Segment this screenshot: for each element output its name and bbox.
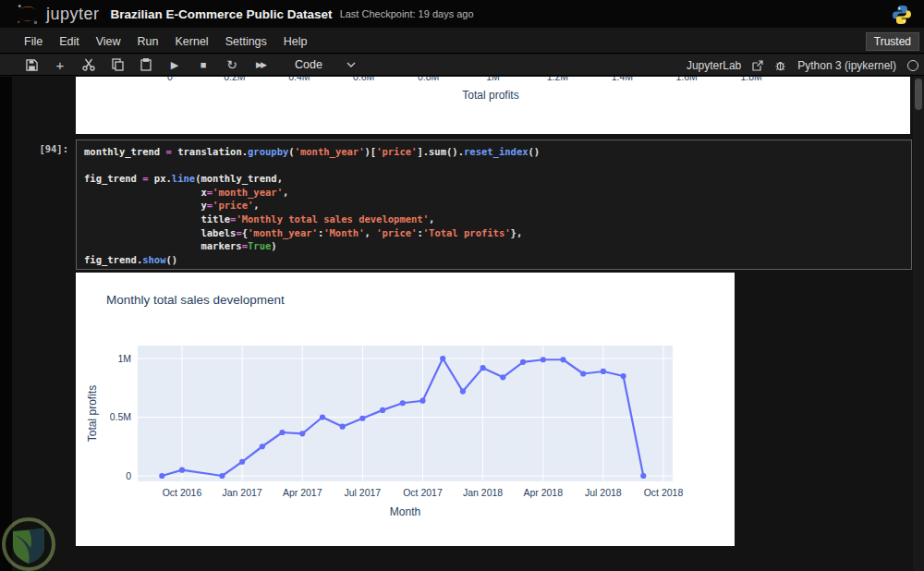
code-line: x='month_year', bbox=[84, 186, 911, 200]
previous-cell-output: 00.2M0.4M0.6M0.8M1M1.2M1.4M1.6M1.8M Tota… bbox=[76, 77, 910, 134]
code-line: fig_trend = px.line(monthly_trend, bbox=[84, 172, 911, 186]
svg-text:Oct 2016: Oct 2016 bbox=[163, 487, 202, 498]
external-link-icon[interactable] bbox=[752, 60, 763, 71]
svg-text:Jul 2018: Jul 2018 bbox=[585, 487, 622, 498]
code-line: monthly_trend = translation.groupby('mon… bbox=[84, 145, 911, 159]
code-line bbox=[84, 159, 911, 173]
prev-output-tick: 0.8M bbox=[418, 77, 439, 82]
last-checkpoint-text: Last Checkpoint: 19 days ago bbox=[340, 8, 474, 19]
prev-output-tick: 1.2M bbox=[547, 77, 568, 82]
svg-text:Jul 2017: Jul 2017 bbox=[345, 487, 382, 498]
restart-run-all-icon[interactable]: ▶▶ bbox=[253, 57, 268, 72]
svg-text:0.5M: 0.5M bbox=[110, 411, 131, 422]
save-icon[interactable] bbox=[24, 57, 39, 72]
scrollbar-thumb[interactable] bbox=[915, 79, 922, 110]
cell-execution-prompt: [94]: bbox=[0, 143, 68, 154]
chart-title: Monthly total sales development bbox=[106, 293, 285, 307]
notebook-toolbar: + ▶ ■ ↻ ▶▶ Code JupyterLab Python 3 (ipy bbox=[0, 55, 924, 76]
header-bar: jupyter Brazilian E-Commerce Public Data… bbox=[0, 0, 924, 29]
prev-output-tick: 0.4M bbox=[288, 77, 310, 82]
jupyter-brand-text: jupyter bbox=[46, 5, 100, 24]
jupyter-notebook-app: jupyter Brazilian E-Commerce Public Data… bbox=[0, 0, 924, 571]
prev-output-tick: 1.8M bbox=[740, 77, 761, 82]
svg-text:Total profits: Total profits bbox=[86, 385, 99, 442]
chevron-down-icon bbox=[346, 62, 356, 67]
add-cell-icon[interactable]: + bbox=[53, 57, 67, 72]
prev-output-tick: 1.4M bbox=[612, 77, 633, 82]
cell-type-dropdown[interactable]: Code bbox=[295, 58, 356, 71]
notebook-content: 00.2M0.4M0.6M0.8M1M1.2M1.4M1.6M1.8M Tota… bbox=[0, 77, 924, 571]
prev-output-tick: 0.6M bbox=[353, 77, 374, 82]
jupyter-logo[interactable]: jupyter bbox=[0, 2, 100, 26]
prev-output-axis-title: Total profits bbox=[398, 89, 583, 102]
menu-bar: FileEditViewRunKernelSettingsHelpTrusted bbox=[0, 30, 924, 54]
prev-output-tick: 0.2M bbox=[224, 77, 245, 82]
svg-text:0: 0 bbox=[126, 470, 131, 481]
run-cell-icon[interactable]: ▶ bbox=[167, 57, 182, 72]
prev-output-tick: 1.6M bbox=[676, 77, 698, 82]
svg-text:Jan 2017: Jan 2017 bbox=[223, 487, 262, 498]
svg-text:Apr 2017: Apr 2017 bbox=[283, 487, 322, 498]
code-line: fig_trend.show() bbox=[84, 253, 911, 267]
python-logo-icon bbox=[891, 4, 913, 30]
copy-cells-icon[interactable] bbox=[110, 57, 125, 72]
plotly-output-card: Oct 2016Jan 2017Apr 2017Jul 2017Oct 2017… bbox=[76, 273, 735, 546]
code-line: title='Monthly total sales development', bbox=[84, 213, 911, 226]
trusted-button[interactable]: Trusted bbox=[866, 32, 919, 51]
line-chart[interactable]: Oct 2016Jan 2017Apr 2017Jul 2017Oct 2017… bbox=[76, 273, 735, 546]
svg-text:Oct 2017: Oct 2017 bbox=[403, 487, 443, 498]
code-cell-editor[interactable]: monthly_trend = translation.groupby('mon… bbox=[76, 140, 912, 270]
menu-item-help[interactable]: Help bbox=[275, 30, 316, 54]
notebook-title[interactable]: Brazilian E-Commerce Public Dataset bbox=[111, 7, 333, 21]
svg-text:Apr 2018: Apr 2018 bbox=[523, 487, 563, 498]
prev-output-tick: 0 bbox=[167, 77, 173, 82]
notebook-scrollbar[interactable] bbox=[913, 77, 924, 571]
code-line: labels={'month_year':'Month', 'price':'T… bbox=[84, 226, 911, 240]
cut-cells-icon[interactable] bbox=[81, 57, 96, 72]
menu-item-kernel[interactable]: Kernel bbox=[167, 30, 217, 54]
code-line: y='price', bbox=[84, 199, 911, 213]
jupyter-logo-icon bbox=[16, 2, 40, 26]
paste-cells-icon[interactable] bbox=[139, 57, 153, 72]
kernel-name[interactable]: Python 3 (ipykernel) bbox=[797, 59, 896, 72]
menu-item-settings[interactable]: Settings bbox=[217, 30, 275, 54]
svg-text:1M: 1M bbox=[117, 353, 131, 364]
svg-text:Oct 2018: Oct 2018 bbox=[644, 487, 684, 498]
kernel-status-icon[interactable] bbox=[907, 60, 918, 71]
prev-output-tick: 1M bbox=[486, 77, 500, 82]
debugger-bug-icon[interactable] bbox=[774, 59, 786, 71]
menu-item-run[interactable]: Run bbox=[129, 30, 167, 54]
code-line: markers=True) bbox=[84, 239, 911, 253]
stop-kernel-icon[interactable]: ■ bbox=[196, 57, 211, 72]
svg-text:Jan 2018: Jan 2018 bbox=[463, 487, 503, 498]
cell-type-value: Code bbox=[295, 58, 322, 71]
menu-item-edit[interactable]: Edit bbox=[51, 30, 88, 54]
svg-text:Month: Month bbox=[390, 505, 420, 518]
menu-item-file[interactable]: File bbox=[16, 30, 51, 54]
menu-item-view[interactable]: View bbox=[88, 30, 129, 54]
jupyterlab-link[interactable]: JupyterLab bbox=[687, 59, 741, 72]
restart-kernel-icon[interactable]: ↻ bbox=[225, 57, 239, 72]
